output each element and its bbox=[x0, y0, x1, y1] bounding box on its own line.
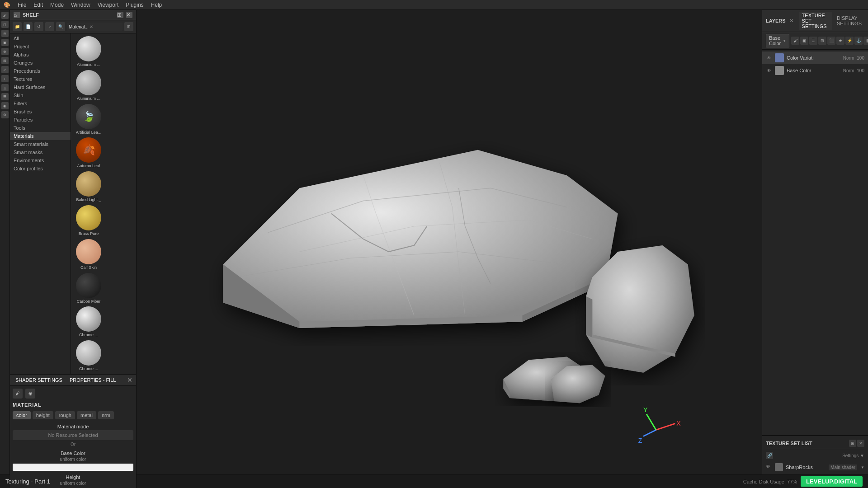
material-item-baked[interactable]: Baked Light _ bbox=[73, 170, 104, 203]
shelf-filter-icon[interactable]: ▿ bbox=[45, 22, 54, 31]
material-item-calf[interactable]: Calf Skin bbox=[73, 238, 104, 271]
material-item-autumn[interactable]: 🍂 Autumn Leaf bbox=[73, 136, 104, 169]
clone-tool[interactable]: ⊕ bbox=[1, 48, 9, 55]
tsl-expand-icon[interactable]: ⊞ bbox=[849, 440, 856, 447]
channel-metal[interactable]: metal bbox=[77, 411, 96, 419]
tsl-settings-label[interactable]: Settings ▼ bbox=[842, 453, 864, 458]
layer-add-fill-icon[interactable]: ▣ bbox=[800, 37, 808, 45]
layer-channel-dropdown[interactable]: Base Color ▼ bbox=[766, 34, 789, 47]
select-tool[interactable]: ⊞ bbox=[1, 57, 9, 64]
layer-item-color-variation[interactable]: 👁 Color Variati Norm 100 bbox=[762, 52, 868, 64]
viewport[interactable]: X Y Z bbox=[137, 10, 762, 474]
tab-properties-fill[interactable]: PROPERTIES - FILL bbox=[68, 376, 118, 384]
cat-smart-masks[interactable]: Smart masks bbox=[10, 148, 71, 156]
material-item-chrome2[interactable]: Chrome ... bbox=[73, 339, 104, 372]
props-close-icon[interactable]: ✕ bbox=[127, 376, 132, 384]
material-ball-chrome2 bbox=[76, 340, 101, 366]
cat-all[interactable]: All bbox=[10, 34, 71, 42]
tab-display-settings[interactable]: DISPLAY SETTINGS bbox=[834, 14, 864, 27]
menu-viewport[interactable]: Viewport bbox=[98, 2, 118, 8]
layer-effect-icon[interactable]: ★ bbox=[836, 37, 844, 45]
shelf-refresh-icon[interactable]: ↺ bbox=[34, 22, 43, 31]
menu-file[interactable]: File bbox=[18, 2, 26, 8]
material-item-brass[interactable]: Brass Pure bbox=[73, 204, 104, 237]
layer-item-base-color[interactable]: 👁 Base Color Norm 100 bbox=[762, 64, 868, 77]
menu-window[interactable]: Window bbox=[71, 2, 90, 8]
tsl-shader-arrow[interactable]: ▼ bbox=[861, 465, 864, 469]
tsl-vis-icon[interactable]: 👁 bbox=[766, 464, 772, 470]
shelf-folder-icon[interactable]: 📁 bbox=[13, 22, 22, 31]
shelf-file-icon[interactable]: 📄 bbox=[24, 22, 33, 31]
material-item-artificial[interactable]: 🍃 Artificial Lea... bbox=[73, 103, 104, 136]
layer-group-icon[interactable]: ⊞ bbox=[818, 37, 826, 45]
layer-delete-icon[interactable]: 🗑 bbox=[863, 37, 868, 45]
material-mode-section: Material mode No Resource Selected Or bbox=[13, 424, 133, 447]
smudge-tool[interactable]: ≋ bbox=[1, 30, 9, 37]
channel-color[interactable]: color bbox=[13, 411, 31, 419]
main-layout: 🖌 ◻ ≋ ▣ ⊕ ⊞ ⤢ T △ ☰ ◉ ⚙ ⌂ SHELF ⊞ ✕ 📁 📄 … bbox=[0, 10, 868, 474]
cat-tools[interactable]: Tools bbox=[10, 124, 71, 132]
channel-rough[interactable]: rough bbox=[55, 411, 75, 419]
cat-color-profiles[interactable]: Color profiles bbox=[10, 164, 71, 173]
material-label-artificial: Artificial Lea... bbox=[76, 130, 102, 135]
cat-smart-materials[interactable]: Smart materials bbox=[10, 140, 71, 148]
paint-tool[interactable]: 🖌 bbox=[1, 12, 9, 19]
material-tool[interactable]: ◉ bbox=[1, 102, 9, 109]
channel-height[interactable]: height bbox=[33, 411, 53, 419]
cat-textures[interactable]: Textures bbox=[10, 75, 71, 83]
layers-close-icon[interactable]: ✕ bbox=[789, 18, 794, 24]
layer-gen-icon[interactable]: ⚡ bbox=[845, 37, 854, 45]
base-color-swatch[interactable] bbox=[13, 464, 133, 471]
shelf-tab-material[interactable]: Material... ✕ bbox=[67, 23, 123, 31]
material-item-aluminium1[interactable]: Aluminium ... bbox=[73, 35, 104, 68]
props-paint-icon[interactable]: 🖌 bbox=[13, 389, 23, 399]
eraser-tool[interactable]: ◻ bbox=[1, 21, 9, 28]
fill-tool[interactable]: ▣ bbox=[1, 39, 9, 46]
cat-skin[interactable]: Skin bbox=[10, 91, 71, 99]
cat-alphas[interactable]: Alphas bbox=[10, 51, 71, 59]
settings-tool[interactable]: ⚙ bbox=[1, 111, 9, 118]
tsl-shader[interactable]: Main shader bbox=[829, 465, 857, 470]
cat-brushes[interactable]: Brushes bbox=[10, 108, 71, 116]
cat-hard-surfaces[interactable]: Hard Surfaces bbox=[10, 83, 71, 91]
tsl-header: TEXTURE SET LIST ⊞ ✕ bbox=[766, 438, 864, 449]
channel-nrm[interactable]: nrm bbox=[98, 411, 114, 419]
cat-procedurals[interactable]: Procedurals bbox=[10, 67, 71, 75]
cat-project[interactable]: Project bbox=[10, 42, 71, 51]
props-circle-icon[interactable]: ◉ bbox=[25, 389, 35, 399]
text-tool[interactable]: T bbox=[1, 75, 9, 82]
cat-particles[interactable]: Particles bbox=[10, 116, 71, 124]
geometry-tool[interactable]: △ bbox=[1, 84, 9, 91]
layers-tool[interactable]: ☰ bbox=[1, 93, 9, 100]
cat-environments[interactable]: Environments bbox=[10, 156, 71, 164]
tsl-close-icon[interactable]: ✕ bbox=[857, 440, 864, 447]
transform-tool[interactable]: ⤢ bbox=[1, 66, 9, 73]
cat-grunges[interactable]: Grunges bbox=[10, 59, 71, 67]
menu-mode[interactable]: Mode bbox=[50, 2, 64, 8]
layer-vis-base-color[interactable]: 👁 bbox=[766, 67, 772, 74]
rock-main bbox=[223, 150, 618, 328]
tab-texture-settings[interactable]: TEXTURE SET SETTINGS bbox=[799, 12, 832, 30]
menu-edit[interactable]: Edit bbox=[33, 2, 43, 8]
shelf-home-icon[interactable]: ⌂ bbox=[14, 12, 20, 18]
material-item-chrome1[interactable]: Chrome ... bbox=[73, 305, 104, 338]
layer-add-paint-icon[interactable]: 🖌 bbox=[791, 37, 799, 45]
shelf-expand-icon[interactable]: ⊞ bbox=[117, 12, 123, 18]
shelf-close-icon[interactable]: ✕ bbox=[126, 12, 132, 18]
material-label-baked: Baked Light _ bbox=[76, 197, 101, 202]
layer-filter-icon[interactable]: ≣ bbox=[809, 37, 817, 45]
material-item-carbon[interactable]: Carbon Fiber bbox=[73, 272, 104, 305]
tsl-item-sharp-rocks[interactable]: 👁 SharpRocks Main shader ▼ bbox=[766, 462, 864, 473]
tsl-link-icon[interactable]: 🔗 bbox=[766, 452, 773, 459]
shelf-search-icon[interactable]: 🔍 bbox=[56, 22, 65, 31]
layer-vis-color-variation[interactable]: 👁 bbox=[766, 55, 772, 61]
layer-anchor-icon[interactable]: ⚓ bbox=[854, 37, 863, 45]
cat-filters[interactable]: Filters bbox=[10, 99, 71, 108]
layer-mask-icon[interactable]: ⬛ bbox=[827, 37, 835, 45]
menu-plugins[interactable]: Plugins bbox=[126, 2, 143, 8]
shelf-grid-icon[interactable]: ⊞ bbox=[124, 22, 133, 31]
tab-shader-settings[interactable]: SHADER SETTINGS bbox=[14, 376, 64, 384]
material-item-aluminium2[interactable]: Aluminium ... bbox=[73, 69, 104, 102]
cat-materials[interactable]: Materials bbox=[10, 132, 71, 140]
menu-help[interactable]: Help bbox=[151, 2, 162, 8]
